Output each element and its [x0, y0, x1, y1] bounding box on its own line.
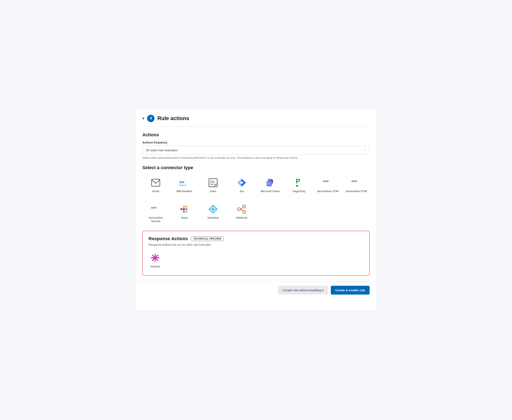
- svg-rect-27: [185, 211, 187, 213]
- servicenow-itsm-label: ServiceNow ITSM: [346, 190, 367, 193]
- page-title: Rule actions: [157, 115, 189, 121]
- connector-email[interactable]: Email: [142, 175, 169, 195]
- connectors-grid: Email IBM Resilient IBM Resilient: [142, 175, 370, 195]
- svg-marker-11: [237, 178, 242, 187]
- email-label: Email: [152, 190, 159, 193]
- footer: Create rule without enabling it Create &…: [135, 281, 377, 295]
- response-actions-title: Response Actions: [149, 236, 188, 241]
- create-enable-rule-button[interactable]: Create & enable rule: [331, 286, 370, 295]
- frequency-description: Select when automated actions should be …: [142, 156, 370, 159]
- frequency-label: Actions frequency: [142, 141, 370, 144]
- connectors-grid-row2: now ServiceNow SecOps: [142, 202, 370, 225]
- connector-section-title: Select a connector type: [142, 165, 370, 170]
- webhook-icon: [236, 204, 247, 215]
- response-actions-description: Response actions are run on each rule ex…: [149, 243, 363, 246]
- collapse-chevron[interactable]: ▾: [142, 116, 144, 121]
- main-card: ▾ 4 Rule actions Actions Actions frequen…: [135, 109, 377, 311]
- index-label: Index: [210, 190, 216, 193]
- svg-text:T: T: [267, 182, 269, 185]
- osquery-label: osquery: [150, 265, 160, 268]
- connector-swimlane[interactable]: Swimlane: [200, 202, 226, 225]
- svg-marker-10: [242, 178, 246, 187]
- svg-rect-24: [183, 206, 185, 208]
- index-icon: +: [208, 177, 218, 188]
- svg-point-37: [237, 208, 240, 211]
- connector-webhook[interactable]: Webhook: [229, 202, 255, 225]
- actions-title: Actions: [142, 132, 370, 137]
- connector-servicenow-itsm[interactable]: now ServiceNow ITSM: [343, 175, 370, 195]
- ibm-resilient-label: IBM Resilient: [176, 190, 192, 193]
- servicenow-secops-label: ServiceNow SecOps: [144, 216, 168, 223]
- slack-icon: [179, 204, 190, 215]
- svg-text:Resilient: Resilient: [179, 184, 186, 186]
- svg-rect-18: [296, 185, 298, 186]
- create-without-enabling-button[interactable]: Create rule without enabling it: [278, 286, 328, 295]
- connector-osquery[interactable]: osquery: [149, 250, 162, 270]
- svg-point-15: [268, 179, 271, 181]
- svg-rect-25: [183, 211, 185, 213]
- jira-label: Jira: [240, 190, 244, 193]
- response-connectors-list: osquery: [149, 250, 363, 270]
- svg-text:+: +: [215, 184, 216, 186]
- microsoft-teams-icon: T: [265, 177, 276, 188]
- connector-slack[interactable]: Slack: [171, 202, 198, 225]
- connector-servicenow-secops[interactable]: now ServiceNow SecOps: [142, 202, 169, 225]
- pagerduty-icon: P: [294, 177, 304, 188]
- ibm-resilient-icon: IBM Resilient: [179, 177, 190, 188]
- jira-icon: [236, 177, 247, 188]
- connector-ibm-resilient[interactable]: IBM Resilient IBM Resilient: [171, 175, 198, 195]
- email-icon: [150, 177, 161, 188]
- response-actions-header: Response Actions TECHNICAL PREVIEW: [149, 236, 363, 241]
- connector-microsoft-teams[interactable]: T Microsoft Teams: [257, 175, 284, 195]
- section-header: ▾ 4 Rule actions: [135, 109, 377, 126]
- svg-point-38: [243, 205, 246, 208]
- pagerduty-label: PagerDuty: [293, 190, 305, 193]
- tech-preview-badge: TECHNICAL PREVIEW: [191, 236, 224, 241]
- actions-section: Actions Actions frequency On each rule e…: [135, 127, 377, 225]
- svg-text:IBM: IBM: [179, 181, 184, 184]
- svg-text:now: now: [352, 179, 357, 183]
- response-actions-section: Response Actions TECHNICAL PREVIEW Respo…: [142, 231, 370, 276]
- connector-servicenow-itom[interactable]: now ServiceNow ITOM: [314, 175, 341, 195]
- servicenow-itom-label: ServiceNow ITOM: [317, 190, 338, 193]
- svg-rect-29: [185, 206, 187, 208]
- webhook-label: Webhook: [236, 216, 247, 220]
- frequency-select[interactable]: On each rule execution: [142, 146, 370, 155]
- swimlane-icon: [208, 204, 218, 215]
- svg-text:P: P: [296, 178, 300, 185]
- svg-text:now: now: [323, 179, 329, 183]
- microsoft-teams-label: Microsoft Teams: [261, 190, 280, 193]
- connector-jira[interactable]: Jira: [229, 175, 255, 195]
- svg-rect-0: [152, 179, 160, 186]
- connector-pagerduty[interactable]: P PagerDuty: [286, 175, 313, 195]
- svg-text:now: now: [151, 206, 157, 209]
- slack-label: Slack: [181, 216, 188, 220]
- step-badge: 4: [147, 115, 154, 122]
- svg-point-39: [243, 210, 246, 213]
- servicenow-itsm-icon: now: [351, 177, 362, 188]
- swimlane-label: Swimlane: [207, 216, 219, 220]
- servicenow-itom-icon: now: [322, 177, 333, 188]
- servicenow-secops-icon: now: [150, 204, 161, 215]
- connector-index[interactable]: + Index: [200, 175, 226, 195]
- svg-rect-30: [185, 208, 187, 210]
- osquery-icon: [150, 253, 160, 263]
